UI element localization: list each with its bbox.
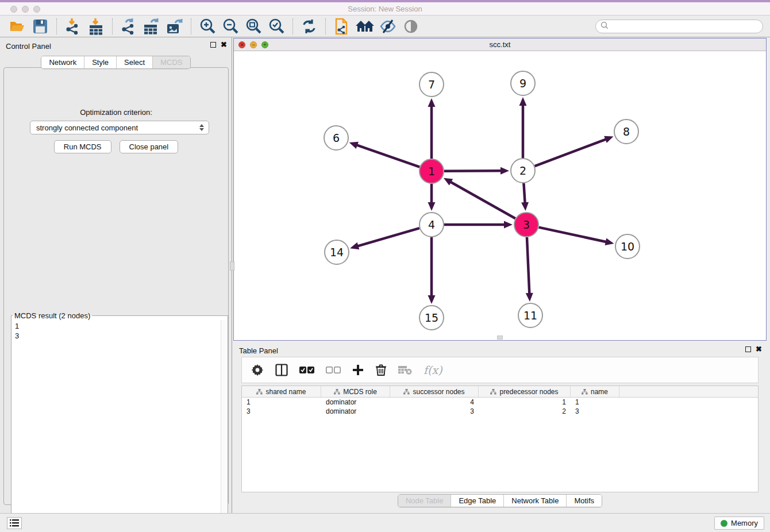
tab-edge-table[interactable]: Edge Table <box>451 495 503 507</box>
tab-node-table[interactable]: Node Table <box>398 495 451 507</box>
table-cell[interactable]: 3 <box>571 407 619 416</box>
import-network-icon[interactable] <box>63 17 83 36</box>
network-canvas[interactable]: 7968124314101511 <box>234 51 766 340</box>
export-image-icon[interactable] <box>165 17 184 36</box>
save-session-icon[interactable] <box>30 17 50 36</box>
show-eye-icon[interactable] <box>401 17 421 36</box>
table-cell[interactable]: 3 <box>390 407 479 416</box>
zoom-in-icon[interactable] <box>198 17 217 36</box>
add-column-icon[interactable] <box>352 364 364 376</box>
task-history-button[interactable] <box>7 517 22 529</box>
apply-layout-icon[interactable] <box>299 17 319 36</box>
graph-node-8[interactable]: 8 <box>614 119 638 144</box>
table-cell[interactable]: 1 <box>242 398 321 407</box>
select-all-icon[interactable] <box>299 367 314 374</box>
graph-edge-arrowhead <box>428 98 436 107</box>
column-type-icon <box>490 389 496 395</box>
delete-icon[interactable] <box>375 364 387 376</box>
tab-network-table[interactable]: Network Table <box>503 495 566 507</box>
column-header-successor-nodes[interactable]: successor nodes <box>390 386 479 397</box>
delete-table-icon[interactable] <box>398 365 412 375</box>
zoom-out-icon[interactable] <box>221 17 240 36</box>
result-scrollbar[interactable] <box>221 320 228 532</box>
table-cell[interactable]: dominator <box>321 398 390 407</box>
zoom-selected-icon[interactable] <box>267 17 286 36</box>
table-cell[interactable]: 3 <box>242 407 321 416</box>
deselect-all-icon[interactable] <box>326 367 341 374</box>
tab-motifs[interactable]: Motifs <box>566 495 602 507</box>
memory-button[interactable]: Memory <box>714 516 764 530</box>
graph-node-9[interactable]: 9 <box>511 71 535 95</box>
table-cell[interactable]: 1 <box>571 398 619 407</box>
function-builder-icon[interactable]: f(x) <box>424 364 442 376</box>
graph-edge-2-3[interactable] <box>523 183 525 203</box>
graph-node-7[interactable]: 7 <box>419 72 444 97</box>
zoom-fit-icon[interactable] <box>244 17 263 36</box>
svg-text:8: 8 <box>623 125 630 138</box>
graph-edge-3-1[interactable] <box>450 182 515 218</box>
network-window-titlebar[interactable]: ✕ − + scc.txt <box>234 38 766 51</box>
table-row[interactable]: 1dominator411 <box>242 398 758 407</box>
split-divider-grip[interactable] <box>230 261 234 271</box>
float-table-panel-icon[interactable] <box>745 346 751 352</box>
split-columns-icon[interactable] <box>275 364 288 376</box>
close-panel-icon[interactable]: ✖ <box>221 42 227 48</box>
search-icon <box>600 21 609 32</box>
close-table-panel-icon[interactable]: ✖ <box>756 346 762 352</box>
column-header-predecessor-nodes[interactable]: predecessor nodes <box>479 386 571 397</box>
graph-edge-1-2[interactable] <box>444 171 502 171</box>
graph-node-3[interactable]: 3 <box>514 213 538 237</box>
graph-node-2[interactable]: 2 <box>511 159 535 183</box>
close-panel-button[interactable]: Close panel <box>120 140 179 153</box>
graph-edge-arrowhead <box>428 202 436 211</box>
tab-select[interactable]: Select <box>116 56 152 68</box>
graph-node-11[interactable]: 11 <box>518 303 542 327</box>
mcds-result-textarea[interactable]: 13 <box>11 320 228 532</box>
tab-mcds[interactable]: MCDS <box>152 56 190 68</box>
table-row[interactable]: 3dominator323 <box>242 407 758 416</box>
table-cell[interactable]: 1 <box>479 398 571 407</box>
canvas-hscroll-thumb[interactable] <box>497 336 503 340</box>
graph-edge-arrowhead <box>521 202 529 211</box>
hide-panel-eye-icon[interactable] <box>378 17 398 36</box>
graph-node-14[interactable]: 14 <box>325 240 349 264</box>
graph-edge-3-11[interactable] <box>527 237 529 294</box>
network-file-icon[interactable] <box>332 17 352 36</box>
graph-edge-3-10[interactable] <box>539 228 607 242</box>
graph-edge-2-8[interactable] <box>535 139 607 166</box>
graph-node-10[interactable]: 10 <box>615 234 640 259</box>
column-header-name[interactable]: name <box>571 386 619 397</box>
column-type-icon <box>256 389 263 395</box>
svg-text:3: 3 <box>523 218 530 231</box>
table-body: 1dominator4113dominator323 <box>242 398 758 416</box>
graph-node-1[interactable]: 1 <box>419 159 444 183</box>
svg-text:14: 14 <box>330 246 344 259</box>
status-bar: Memory <box>0 513 770 532</box>
import-table-icon[interactable] <box>86 17 106 36</box>
table-cell[interactable]: 4 <box>390 398 479 407</box>
graph-edge-4-14[interactable] <box>357 228 419 246</box>
column-type-icon <box>403 389 410 395</box>
svg-text:9: 9 <box>519 77 526 90</box>
table-cell[interactable]: dominator <box>321 407 390 416</box>
table-cell[interactable]: 2 <box>479 407 571 416</box>
float-panel-icon[interactable] <box>210 42 216 48</box>
graph-node-15[interactable]: 15 <box>419 306 444 330</box>
graph-edge-1-6[interactable] <box>356 145 419 167</box>
graph-node-4[interactable]: 4 <box>419 213 444 237</box>
tab-style[interactable]: Style <box>84 56 116 68</box>
column-header-shared-name[interactable]: shared name <box>242 386 321 397</box>
toolbar-separator <box>56 18 57 34</box>
optimization-criterion-select[interactable]: strongly connected component <box>30 121 209 134</box>
export-network-icon[interactable] <box>119 17 138 36</box>
export-table-icon[interactable] <box>142 17 161 36</box>
gear-icon[interactable] <box>251 364 264 376</box>
run-mcds-button[interactable]: Run MCDS <box>54 140 111 153</box>
column-header-MCDS-role[interactable]: MCDS role <box>321 386 390 397</box>
home-icon[interactable] <box>355 17 375 36</box>
node-table[interactable]: shared nameMCDS rolesuccessor nodesprede… <box>241 385 759 492</box>
open-session-icon[interactable] <box>7 17 27 36</box>
graph-node-6[interactable]: 6 <box>324 126 348 150</box>
search-input[interactable] <box>595 20 763 33</box>
tab-network[interactable]: Network <box>41 56 84 68</box>
